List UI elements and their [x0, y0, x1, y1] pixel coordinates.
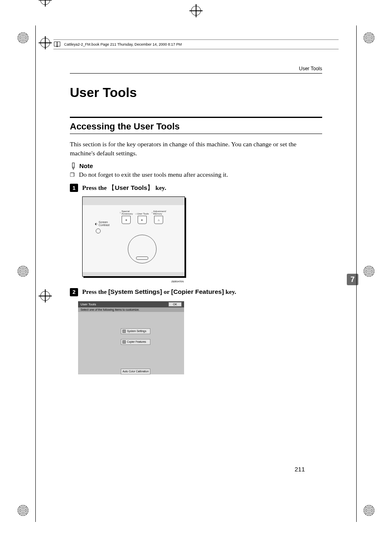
- contrast-icon: ◐: [95, 222, 97, 226]
- crop-circle-icon: [17, 265, 29, 277]
- crop-circle-icon: [17, 32, 29, 44]
- step-2-text: Press the [System Settings] or [Copier F…: [82, 288, 236, 295]
- user-tools-key-icon: ◈: [138, 216, 147, 224]
- subsection-heading: Accessing the User Tools: [70, 121, 322, 132]
- book-icon: [53, 41, 61, 48]
- step-number-2: 2: [70, 288, 78, 296]
- registration-mark-icon: [40, 38, 50, 48]
- note-label: Note: [79, 162, 93, 169]
- special-accessory-key-icon: ◈: [122, 216, 131, 224]
- crop-circle-icon: [363, 32, 375, 44]
- running-head: Cattleya2-2_FM.book Page 211 Thursday, D…: [53, 39, 339, 49]
- settings-icon: [122, 330, 126, 333]
- page-title: User Tools: [70, 85, 322, 100]
- note-body: Do not forget to exit the user tools men…: [79, 171, 228, 180]
- pencil-icon: [70, 162, 77, 169]
- crop-circle-icon: [17, 505, 29, 516]
- header-right: User Tools: [70, 66, 322, 72]
- figure-id: ZEBS470N: [171, 280, 184, 283]
- crop-circle-icon: [363, 505, 375, 516]
- slot-icon: [136, 256, 148, 260]
- copier-icon: [122, 340, 126, 344]
- control-panel-figure: ○SpecialAccessory ◈ ○User Tools ◈ ○Adjus…: [82, 196, 185, 277]
- crop-circle-icon: [363, 265, 375, 277]
- running-head-text: Cattleya2-2_FM.book Page 211 Thursday, D…: [64, 42, 182, 46]
- ok-button: OK: [168, 302, 182, 307]
- copier-features-button: Copier Features: [121, 339, 150, 345]
- screenshot-title: User Tools: [81, 302, 96, 306]
- adjustment-memory-key-icon: ◬: [154, 216, 163, 224]
- page-number: 211: [295, 466, 305, 473]
- contrast-dial-icon: [96, 229, 101, 233]
- step-number-1: 1: [70, 184, 78, 192]
- auto-color-calibration-button: Auto Color Calibration: [121, 369, 150, 374]
- intro-paragraph: This section is for the key operators in…: [70, 140, 322, 158]
- square-bullet-icon: ❐: [70, 171, 75, 180]
- user-tools-screenshot: User Tools OK Select one of the followin…: [78, 301, 184, 374]
- registration-mark-icon: [191, 6, 201, 16]
- step-1-text: Press the 【User Tools】 key.: [82, 184, 166, 192]
- registration-mark-icon: [40, 291, 50, 301]
- screenshot-subtitle: Select one of the following items to cus…: [78, 307, 184, 312]
- system-settings-button: System Settings: [121, 328, 150, 334]
- registration-mark-icon: [40, 0, 50, 5]
